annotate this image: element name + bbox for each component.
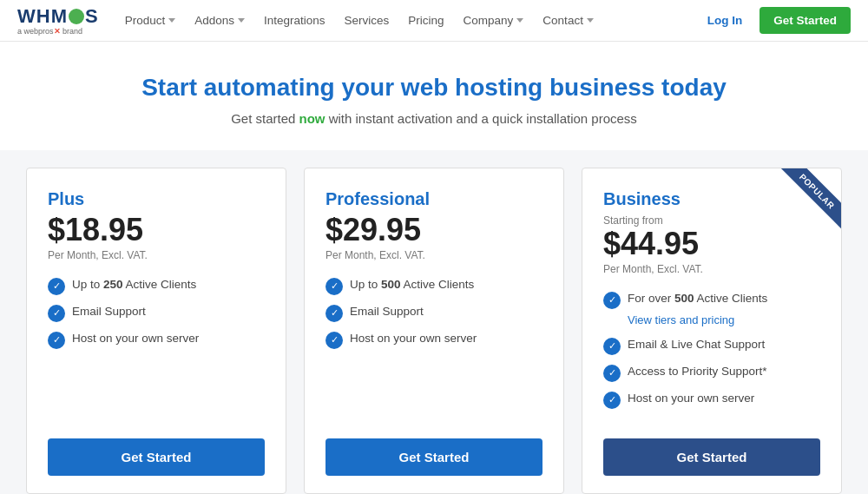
popular-badge: POPULAR xyxy=(772,168,841,238)
professional-price: $29.95 xyxy=(326,214,542,246)
pricing-grid: Plus $18.95 Per Month, Excl. VAT. ✓ Up t… xyxy=(26,168,842,494)
hero-section: Start automating your web hosting busine… xyxy=(0,42,868,150)
logo-sub: a webpros✕ brand xyxy=(17,28,99,36)
plus-plan-name: Plus xyxy=(48,189,265,209)
nav-item-company[interactable]: Company xyxy=(455,0,533,42)
plus-feature-3: ✓ Host on your own server xyxy=(48,331,265,349)
hero-subtitle: Get started now with instant activation … xyxy=(17,111,851,126)
company-caret-icon xyxy=(516,18,523,23)
nav-item-integrations[interactable]: Integrations xyxy=(255,0,334,42)
check-icon: ✓ xyxy=(48,305,65,322)
plus-feature-1: ✓ Up to 250 Active Clients xyxy=(48,277,265,295)
professional-get-started-button[interactable]: Get Started xyxy=(326,438,542,476)
logo-gear-icon xyxy=(69,9,84,24)
nav-item-product[interactable]: Product xyxy=(116,0,185,42)
hero-subtitle-suffix: with instant activation and a quick inst… xyxy=(326,111,637,126)
pricing-card-professional: Professional $29.95 Per Month, Excl. VAT… xyxy=(304,168,564,494)
nav-item-addons[interactable]: Addons xyxy=(186,0,253,42)
check-icon: ✓ xyxy=(603,365,621,382)
plus-feature-2: ✓ Email Support xyxy=(48,304,265,322)
check-icon: ✓ xyxy=(48,332,65,349)
logo-x: ✕ xyxy=(54,27,61,36)
addons-caret-icon xyxy=(238,18,245,23)
plus-price: $18.95 xyxy=(48,214,265,246)
check-icon: ✓ xyxy=(48,278,65,295)
plus-features: ✓ Up to 250 Active Clients ✓ Email Suppo… xyxy=(48,277,265,418)
view-tiers-link[interactable]: View tiers and pricing xyxy=(628,313,820,328)
business-period: Per Month, Excl. VAT. xyxy=(603,263,820,275)
nav-get-started-button[interactable]: Get Started xyxy=(760,7,851,34)
check-icon: ✓ xyxy=(603,292,621,309)
view-tiers-item: View tiers and pricing xyxy=(603,313,820,328)
popular-badge-label: POPULAR xyxy=(779,168,841,228)
business-feature-2: ✓ Email & Live Chat Support xyxy=(603,337,820,355)
pricing-card-plus: Plus $18.95 Per Month, Excl. VAT. ✓ Up t… xyxy=(26,168,286,494)
check-icon: ✓ xyxy=(603,392,621,409)
pricing-section: Plus $18.95 Per Month, Excl. VAT. ✓ Up t… xyxy=(0,150,868,494)
logo-text-part1: WHM xyxy=(17,5,68,28)
nav-item-services[interactable]: Services xyxy=(336,0,398,42)
login-button[interactable]: Log In xyxy=(699,9,752,32)
nav-item-pricing[interactable]: Pricing xyxy=(399,0,452,42)
hero-subtitle-prefix: Get started xyxy=(231,111,299,126)
check-icon: ✓ xyxy=(603,338,621,355)
check-icon: ✓ xyxy=(326,278,343,295)
nav-items: Product Addons Integrations Services Pri… xyxy=(116,0,699,42)
professional-feature-1: ✓ Up to 500 Active Clients xyxy=(326,277,542,295)
nav-item-contact[interactable]: Contact xyxy=(534,0,602,42)
business-feature-4: ✓ Host on your own server xyxy=(603,391,820,409)
business-feature-3: ✓ Access to Priority Support* xyxy=(603,364,820,382)
business-feature-1: ✓ For over 500 Active Clients xyxy=(603,291,820,309)
professional-plan-name: Professional xyxy=(326,189,542,209)
logo: WHM S a webpros✕ brand xyxy=(17,5,99,36)
product-caret-icon xyxy=(168,18,175,23)
check-icon: ✓ xyxy=(326,305,343,322)
hero-title: Start automating your web hosting busine… xyxy=(17,73,851,102)
plus-period: Per Month, Excl. VAT. xyxy=(48,249,265,261)
nav-actions: Log In Get Started xyxy=(699,7,851,34)
business-features: ✓ For over 500 Active Clients View tiers… xyxy=(603,291,820,418)
check-icon: ✓ xyxy=(326,332,343,349)
logo-text-part2: S xyxy=(85,5,99,28)
professional-feature-2: ✓ Email Support xyxy=(326,304,542,322)
pricing-card-business: POPULAR Business Starting from $44.95 Pe… xyxy=(582,168,842,494)
professional-feature-3: ✓ Host on your own server xyxy=(326,331,542,349)
plus-get-started-button[interactable]: Get Started xyxy=(48,438,265,476)
navbar: WHM S a webpros✕ brand Product Addons In… xyxy=(0,0,868,42)
hero-subtitle-highlight: now xyxy=(299,111,326,126)
professional-features: ✓ Up to 500 Active Clients ✓ Email Suppo… xyxy=(326,277,542,418)
professional-period: Per Month, Excl. VAT. xyxy=(326,249,542,261)
contact-caret-icon xyxy=(587,18,594,23)
business-get-started-button[interactable]: Get Started xyxy=(603,438,820,476)
